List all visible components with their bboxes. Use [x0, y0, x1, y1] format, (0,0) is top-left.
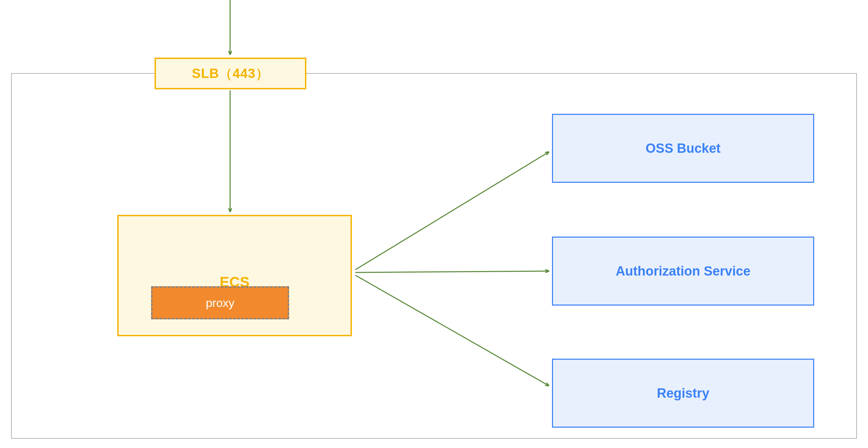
slb-label: SLB（443）: [192, 65, 269, 82]
service-label: OSS Bucket: [645, 141, 721, 156]
service-label: Authorization Service: [616, 264, 751, 279]
service-registry: Registry: [552, 359, 814, 428]
service-auth: Authorization Service: [552, 237, 814, 306]
service-oss: OSS Bucket: [552, 114, 814, 183]
proxy-label: proxy: [206, 296, 234, 310]
service-label: Registry: [657, 386, 709, 401]
proxy-box: proxy: [151, 286, 289, 319]
slb-box: SLB（443）: [155, 58, 306, 89]
diagram-canvas: SLB（443） ECS proxy OSS Bucket Authorizat…: [0, 0, 868, 448]
